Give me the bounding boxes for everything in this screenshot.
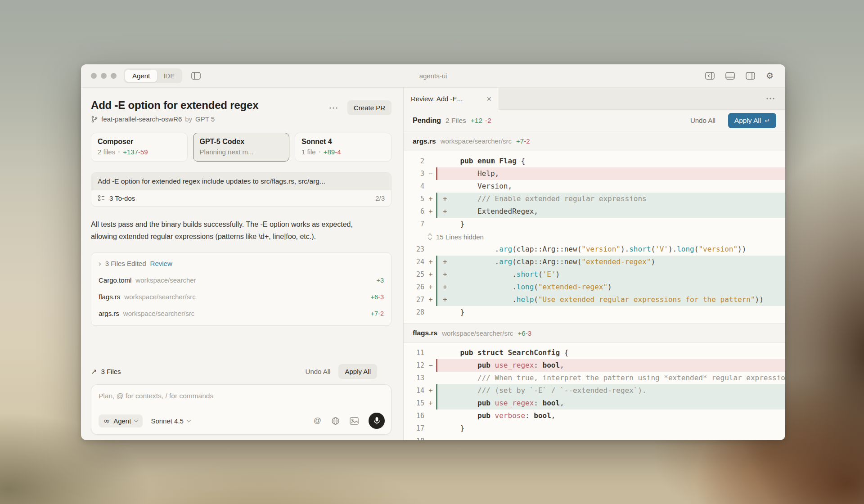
file-name: Cargo.toml: [99, 276, 131, 284]
model-card-diffstat: +137-59: [123, 148, 148, 156]
files-count-label: 3 Files: [101, 368, 121, 375]
code-content: }: [437, 422, 785, 435]
agent-mode-select[interactable]: ∞ Agent: [99, 414, 143, 428]
diff-file-header[interactable]: flags.rsworkspace/searcher/src+6-3: [404, 323, 785, 343]
file-name: args.rs: [99, 310, 119, 317]
review-toolbar: Pending 2 Files +12 -2 Undo All Apply Al…: [404, 110, 785, 131]
close-window-button[interactable]: [91, 73, 97, 79]
panel-right-icon[interactable]: [744, 70, 757, 81]
mention-icon[interactable]: @: [314, 416, 321, 425]
by-label: by: [185, 115, 192, 123]
diff-marker: [427, 435, 434, 440]
diff-marker: +: [427, 268, 434, 281]
diff-row: 23 .arg(clap::Arg::new("version").short(…: [404, 243, 785, 256]
diff-row: 2 pub enum Flag {: [404, 155, 785, 167]
inline-plus-marker: +: [443, 193, 447, 205]
line-number: 13: [404, 372, 424, 384]
diff-file-stat: +7-2: [516, 137, 530, 145]
window-controls: [91, 73, 117, 79]
panel-left-collapse-icon[interactable]: [703, 70, 716, 81]
settings-gear-icon[interactable]: ⚙: [764, 70, 775, 82]
model-card-files: 1 file: [302, 148, 316, 156]
code-content: pub use_regex: bool,: [437, 397, 785, 410]
close-tab-icon[interactable]: ×: [486, 95, 491, 103]
code-content: + .help("Use extended regular expression…: [437, 293, 785, 306]
create-pr-button[interactable]: Create PR: [347, 100, 392, 115]
apply-all-button[interactable]: Apply All: [338, 364, 377, 379]
web-globe-icon[interactable]: [331, 417, 340, 425]
file-diffstat: +7-2: [371, 310, 384, 317]
review-status: Pending: [413, 117, 441, 125]
todos-row[interactable]: 3 To-dos 2/3: [91, 190, 391, 206]
diff-marker: +: [427, 256, 434, 268]
model-select[interactable]: Sonnet 4.5: [151, 417, 190, 425]
diff-file-name: flags.rs: [413, 329, 437, 337]
zoom-window-button[interactable]: [111, 73, 117, 79]
diff-marker: +: [427, 293, 434, 306]
diff-marker: −: [427, 359, 434, 372]
undo-all-button[interactable]: Undo All: [306, 368, 331, 375]
sidebar-toggle-icon[interactable]: [189, 70, 202, 81]
review-link[interactable]: Review: [150, 260, 172, 267]
session-menu-icon[interactable]: [328, 105, 339, 111]
review-panel: Review: Add -E... × Pending 2 Files +12 …: [403, 88, 785, 440]
edited-file-row[interactable]: args.rsworkspace/searcher/src+7-2: [99, 305, 384, 322]
line-number: 26: [404, 281, 424, 293]
hidden-lines-row[interactable]: 15 Lines hidden: [404, 230, 785, 243]
review-tab[interactable]: Review: Add -E... ×: [404, 88, 499, 110]
task-box[interactable]: Add -E option for extended regex include…: [91, 172, 392, 207]
edited-files-card: › 3 Files Edited Review Cargo.tomlworksp…: [91, 252, 392, 326]
agent-mode-label: Agent: [113, 417, 131, 425]
diff-marker: +: [427, 397, 434, 410]
model-card[interactable]: GPT-5 CodexPlanning next m...: [193, 133, 289, 162]
line-number: 16: [404, 410, 424, 422]
code-content: pub verbose: bool,: [437, 410, 785, 422]
code-content: + .arg(clap::Arg::new("extended-regex"): [437, 256, 785, 268]
minimize-window-button[interactable]: [101, 73, 107, 79]
review-menu-icon[interactable]: [766, 98, 774, 99]
tab-agent[interactable]: Agent: [125, 70, 157, 82]
model-card[interactable]: Composer2 files+137-59: [91, 133, 188, 162]
line-number: 18: [404, 435, 424, 440]
inline-plus-marker: +: [443, 205, 447, 218]
diff-file-header[interactable]: args.rsworkspace/searcher/src+7-2: [404, 131, 785, 151]
line-number: 4: [404, 180, 424, 193]
review-undo-all-button[interactable]: Undo All: [690, 117, 716, 124]
diff-marker: [427, 346, 434, 359]
arrow-up-right-icon: ↗: [91, 367, 97, 376]
model-cards: Composer2 files+137-59GPT-5 CodexPlannin…: [91, 133, 392, 162]
file-path: workspace/searcher/src: [123, 310, 194, 317]
edited-file-row[interactable]: flags.rsworkspace/searcher/src+6-3: [99, 288, 384, 305]
diff-file-path: workspace/searcher/src: [441, 137, 512, 145]
inline-plus-marker: +: [443, 256, 447, 268]
edited-files-header[interactable]: › 3 Files Edited Review: [99, 255, 384, 272]
diff-row: 24++ .arg(clap::Arg::new("extended-regex…: [404, 256, 785, 268]
changes-footer: ↗ 3 Files Undo All Apply All: [91, 364, 392, 379]
dot-separator: [118, 151, 120, 153]
line-number: 3: [404, 167, 424, 180]
composer-box: ∞ Agent Sonnet 4.5 @: [91, 384, 392, 435]
composer-input[interactable]: [99, 392, 385, 400]
model-card[interactable]: Sonnet 41 file+89-4: [295, 133, 392, 162]
tab-ide[interactable]: IDE: [157, 70, 181, 82]
diff-marker: +: [427, 205, 434, 218]
panel-bottom-icon[interactable]: [724, 70, 737, 81]
code-content: /// (set by `-E` / `--extended-regex`).: [437, 384, 785, 397]
review-apply-all-button[interactable]: Apply All ↵: [728, 113, 776, 128]
view-switcher: Agent IDE: [124, 68, 182, 83]
line-number: 5: [404, 193, 424, 205]
diff-marker: [427, 218, 434, 230]
diff-row: 4 Version,: [404, 180, 785, 193]
edited-file-row[interactable]: Cargo.tomlworkspace/searcher+3: [99, 272, 384, 288]
window-title: agents-ui: [419, 72, 447, 80]
diff-marker: +: [427, 193, 434, 205]
git-branch-icon: [91, 116, 98, 123]
code-content: pub struct SearchConfig {: [437, 346, 785, 359]
line-number: 23: [404, 243, 424, 256]
microphone-button[interactable]: [369, 413, 385, 429]
model-label: Sonnet 4.5: [151, 417, 184, 425]
image-attach-icon[interactable]: [350, 417, 359, 425]
diff-marker: [427, 155, 434, 167]
todos-label: 3 To-dos: [109, 194, 135, 202]
chevron-down-icon: [134, 418, 139, 422]
